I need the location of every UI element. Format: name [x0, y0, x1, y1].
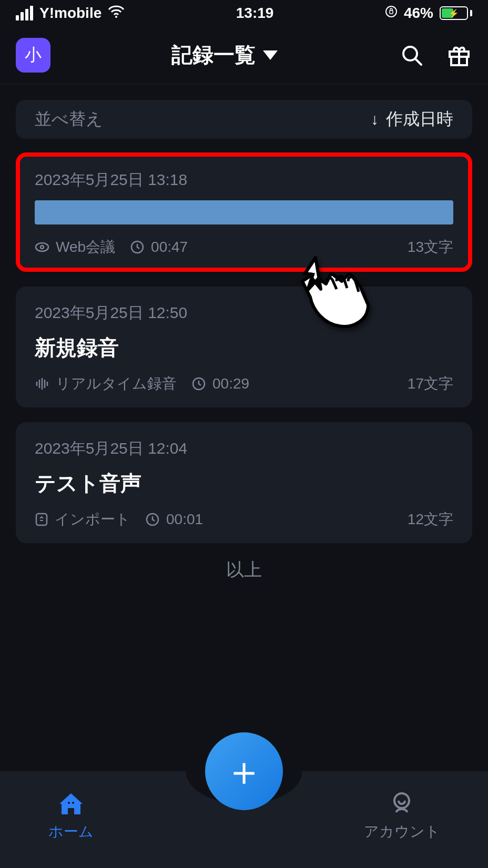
- bottom-nav: ホーム アカウント ＋: [0, 771, 488, 868]
- svg-rect-2: [390, 11, 393, 14]
- web-meeting-icon: [35, 240, 49, 254]
- svg-point-20: [72, 802, 74, 804]
- clock: 13:19: [236, 5, 274, 22]
- content-area: 並べ替え ↓ 作成日時 2023年5月25日 13:18 Web会議 00:47…: [0, 84, 488, 582]
- battery-percent: 46%: [404, 5, 433, 22]
- svg-point-19: [68, 802, 70, 804]
- svg-point-0: [115, 16, 117, 18]
- record-title: 新規録音: [35, 333, 453, 362]
- waveform-icon: [35, 376, 49, 391]
- nav-home[interactable]: ホーム: [48, 792, 94, 842]
- sort-value: 作成日時: [386, 108, 453, 131]
- carrier-label: Y!mobile: [39, 5, 101, 22]
- svg-point-21: [394, 793, 409, 808]
- record-date: 2023年5月25日 12:50: [35, 302, 453, 324]
- record-meta: インポート 00:01 12文字: [35, 509, 453, 529]
- clock-icon: [191, 376, 206, 391]
- status-bar: Y!mobile 13:19 46% ⚡: [0, 0, 488, 26]
- chevron-down-icon: [263, 50, 278, 60]
- page-title-dropdown[interactable]: 記録一覧: [171, 40, 278, 69]
- record-card[interactable]: 2023年5月25日 12:04 テスト音声 インポート 00:01 12文字: [16, 422, 472, 543]
- record-duration: 00:47: [130, 239, 188, 256]
- record-source: Web会議: [35, 237, 115, 257]
- record-date: 2023年5月25日 12:04: [35, 438, 453, 459]
- svg-line-4: [415, 59, 421, 65]
- rotation-lock-icon: [385, 5, 398, 21]
- header-actions: [399, 42, 472, 68]
- search-button[interactable]: [399, 42, 425, 68]
- clock-icon: [130, 240, 145, 254]
- record-meta: Web会議 00:47 13文字: [35, 237, 453, 257]
- hand-cursor-icon: [294, 252, 384, 331]
- record-title: テスト音声: [35, 469, 453, 498]
- nav-account[interactable]: アカウント: [364, 791, 440, 842]
- svg-point-8: [36, 243, 48, 251]
- svg-point-1: [386, 6, 396, 17]
- record-date: 2023年5月25日 13:18: [35, 169, 453, 191]
- sort-bar[interactable]: 並べ替え ↓ 作成日時: [16, 100, 472, 139]
- svg-point-9: [40, 246, 44, 249]
- nav-account-label: アカウント: [364, 822, 440, 842]
- import-icon: [35, 512, 48, 527]
- nav-home-label: ホーム: [48, 822, 94, 842]
- list-end-label: 以上: [16, 558, 472, 582]
- record-chars: 12文字: [408, 509, 453, 529]
- record-duration: 00:01: [145, 511, 203, 528]
- svg-rect-17: [36, 514, 47, 525]
- record-meta: リアルタイム録音 00:29 17文字: [35, 374, 453, 394]
- record-chars: 17文字: [408, 374, 453, 394]
- sort-value-group: ↓ 作成日時: [371, 108, 453, 131]
- record-duration: 00:29: [191, 375, 249, 392]
- gift-button[interactable]: [446, 42, 472, 68]
- battery-icon: ⚡: [440, 6, 472, 20]
- record-card[interactable]: 2023年5月25日 13:18 Web会議 00:47 13文字: [16, 152, 472, 272]
- record-title-redacted: [35, 200, 453, 224]
- page-title: 記録一覧: [171, 40, 256, 69]
- clock-icon: [145, 512, 160, 527]
- account-icon: [389, 791, 414, 816]
- plus-icon: ＋: [224, 751, 264, 791]
- sort-direction-icon: ↓: [371, 110, 379, 128]
- sort-label: 並べ替え: [35, 108, 103, 131]
- status-left: Y!mobile: [16, 5, 125, 22]
- gift-icon: [447, 43, 471, 67]
- search-icon: [400, 44, 423, 67]
- signal-icon: [16, 6, 33, 21]
- record-source: リアルタイム録音: [35, 374, 177, 394]
- home-icon: [57, 792, 85, 816]
- avatar[interactable]: 小: [16, 38, 50, 73]
- record-source: インポート: [35, 509, 130, 529]
- avatar-label: 小: [25, 44, 42, 67]
- add-button[interactable]: ＋: [205, 732, 283, 810]
- record-chars: 13文字: [408, 237, 453, 257]
- app-header: 小 記録一覧: [0, 26, 488, 84]
- wifi-icon: [108, 5, 125, 22]
- status-right: 46% ⚡: [385, 5, 472, 22]
- record-card[interactable]: 2023年5月25日 12:50 新規録音 リアルタイム録音 00:29 17文…: [16, 287, 472, 407]
